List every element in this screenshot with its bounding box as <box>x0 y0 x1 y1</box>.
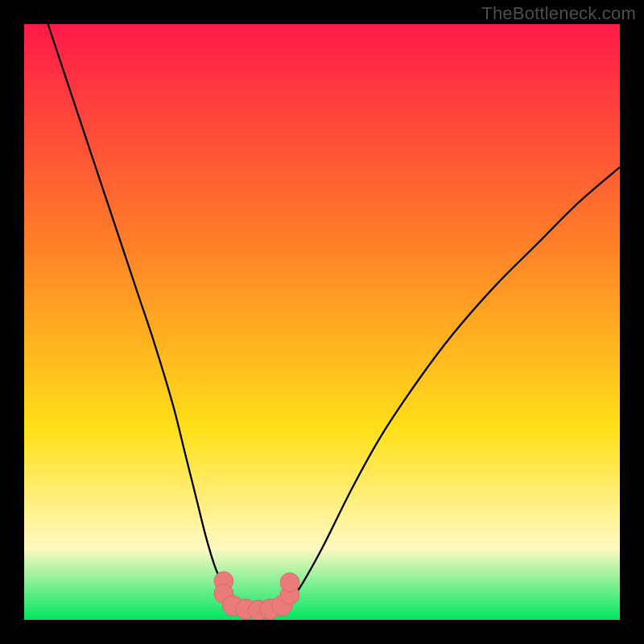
bottleneck-plot <box>24 24 620 620</box>
chart-stage: TheBottleneck.com <box>0 0 644 644</box>
data-marker <box>280 573 299 592</box>
plot-frame <box>24 24 620 620</box>
gradient-background <box>24 24 620 620</box>
watermark-text: TheBottleneck.com <box>481 3 636 24</box>
